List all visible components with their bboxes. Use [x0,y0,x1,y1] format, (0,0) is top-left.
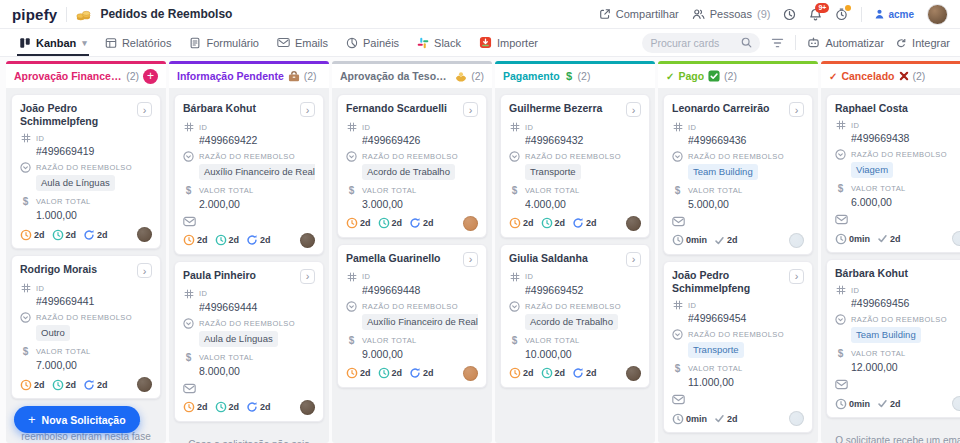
kanban-card[interactable]: Bárbara Kohut › ID #499669422 RAZÃO DO R… [174,94,324,255]
column-header[interactable]: Aprovação Financeira (2) + [6,61,166,88]
sla-badge: 2d [346,367,371,379]
total-value: 3.000,00 [362,198,478,210]
add-card-button[interactable]: + [143,69,158,84]
field-label: VALOR TOTAL [525,186,580,195]
expand-card-button[interactable]: › [300,269,315,284]
assignee-avatar[interactable] [463,216,478,231]
kanban-card[interactable]: Pamella Guarinello › ID #499669448 RAZÃO… [337,244,487,388]
share-button[interactable]: Compartilhar [599,8,679,20]
column-cards: Bárbara Kohut › ID #499669422 RAZÃO DO R… [169,88,329,428]
people-icon [692,8,705,20]
timer-button[interactable] [835,8,848,21]
card-title: Pamella Guarinello [346,252,441,265]
expand-card-button[interactable]: › [463,102,478,117]
expand-card-button[interactable]: › [789,269,804,284]
assignee-avatar[interactable] [463,366,478,381]
field-label: ID [851,121,859,130]
assignee-avatar[interactable] [137,227,152,242]
field-label: ID [36,134,44,143]
kanban-card[interactable]: Leonardo Carreirão › ID #499669436 RAZÃO… [663,94,813,255]
total-value: 7.000,00 [36,359,152,371]
history-button[interactable] [783,8,796,21]
reason-field: RAZÃO DO REEMBOLSO Acordo de Trabalho [346,151,478,180]
reason-value: Outro [36,325,70,341]
tab-slack[interactable]: Slack [408,29,470,56]
assignee-avatar[interactable] [952,231,960,246]
pipe-title[interactable]: Pedidos de Reembolso [100,7,232,21]
expand-card-button[interactable]: › [300,102,315,117]
field-label: VALOR TOTAL [688,186,743,195]
sla-badge: 2d [183,234,208,246]
notifications-button[interactable]: 9+ [809,8,822,21]
integrate-button[interactable]: Integrar [895,37,950,49]
assignee-avatar[interactable] [300,233,315,248]
select-chevron-icon [509,151,520,162]
kanban-card[interactable]: João Pedro Schimmelpfeng › ID #499669454… [663,261,813,433]
column-emoji-icon [455,71,467,82]
kanban-card[interactable]: Bárbara Kohut ID #499669456 RAZÃO DO REE… [826,259,960,418]
automate-button[interactable]: Automatizar [807,36,884,49]
tab-relatorios[interactable]: Relatórios [96,29,181,56]
pipefy-logo[interactable]: pipefy [12,6,57,23]
assignee-avatar[interactable] [137,377,152,392]
field-label: ID [851,286,859,295]
tab-paineis[interactable]: Painéis [337,29,408,56]
expand-card-button[interactable]: › [463,252,478,267]
column-title: Cancelado [841,70,894,82]
card-id-value: #499669432 [525,134,641,146]
sla-badge: 2d [378,217,403,229]
assignee-avatar[interactable] [626,216,641,231]
expand-card-button[interactable]: › [137,102,152,117]
email-field-icon [835,214,960,225]
reason-value: Transporte [525,164,581,180]
column-title: Aprovação da Tesouraria [340,70,451,82]
column-header[interactable]: ✓ Cancelado (2) [821,61,960,88]
tab-emails[interactable]: Emails [268,29,337,56]
people-button[interactable]: Pessoas (9) [692,8,771,20]
sla-badge: 0min [835,233,870,245]
kanban-card[interactable]: Giulia Saldanha › ID #499669452 RAZÃO DO… [500,244,650,388]
column-header[interactable]: Informação Pendente (2) [169,61,329,88]
tab-importer[interactable]: Importer [470,29,547,56]
search-input[interactable] [650,37,735,49]
kanban-card[interactable]: Paula Pinheiro › ID #499669444 RAZÃO DO … [174,261,324,422]
card-id-value: #499669426 [362,134,478,146]
field-label: RAZÃO DO REEMBOLSO [199,152,295,161]
svg-text:$: $ [566,70,572,82]
assignee-avatar[interactable] [300,400,315,415]
people-count: (9) [757,8,770,20]
kanban-card[interactable]: Fernando Scarduelli › ID #499669426 RAZÃ… [337,94,487,238]
assignee-avatar[interactable] [626,366,641,381]
kanban-card[interactable]: Rodrigo Morais › ID #499669441 RAZÃO DO … [11,255,161,399]
assignee-avatar[interactable] [789,233,804,248]
field-label: VALOR TOTAL [199,353,254,362]
total-value: 6.000,00 [851,196,960,208]
search-icon[interactable] [741,37,752,48]
org-badge[interactable]: acme [875,9,914,20]
kanban-card[interactable]: João Pedro Schimmelpfeng › ID #499669419… [11,94,161,249]
kanban-card[interactable]: Raphael Costa ID #499669438 RAZÃO DO REE… [826,94,960,253]
kanban-card[interactable]: Guilherme Bezerra › ID #499669432 RAZÃO … [500,94,650,238]
tab-kanban[interactable]: Kanban▾ [10,29,96,56]
expand-card-button[interactable]: › [626,102,641,117]
assignee-avatar[interactable] [789,411,804,426]
column-header[interactable]: Pagamento $ (2) [495,61,655,88]
new-request-button[interactable]: + Nova Solicitação [14,406,140,433]
column-header[interactable]: ✓ Pago (2) [658,61,818,88]
total-value: 12.000,00 [851,361,960,373]
card-title: Rodrigo Morais [20,263,97,276]
hash-icon [672,300,683,310]
user-avatar[interactable] [927,4,948,25]
total-field: $ VALOR TOTAL 12.000,00 [835,348,960,373]
expand-card-button[interactable]: › [626,252,641,267]
expand-card-button[interactable]: › [137,263,152,278]
filter-icon[interactable] [771,38,784,48]
column-header[interactable]: Aprovação da Tesouraria (2) [332,61,492,88]
column-card-count: (2) [724,70,737,82]
field-label: RAZÃO DO REEMBOLSO [362,302,458,311]
expand-card-button[interactable]: › [789,102,804,117]
field-label: RAZÃO DO REEMBOLSO [36,163,132,172]
select-chevron-icon [183,318,194,329]
assignee-avatar[interactable] [952,396,960,411]
tab-formulario[interactable]: Formulário [180,29,268,56]
